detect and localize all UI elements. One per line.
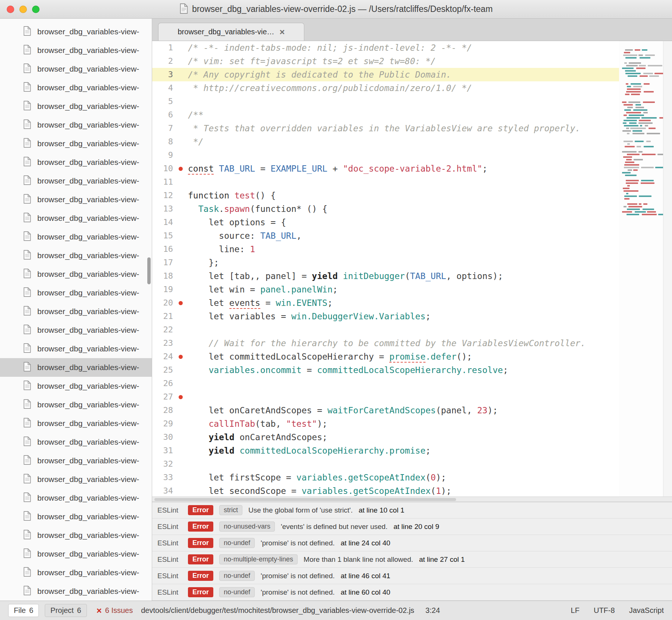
code-line[interactable]: 15 source: TAB_URL, — [152, 229, 619, 242]
code-line[interactable]: 18 let [tab,, panel] = yield initDebugge… — [152, 269, 619, 283]
code-line[interactable]: 23 // Wait for the hierarchy to be commi… — [152, 336, 619, 350]
sidebar-file-item[interactable]: browser_dbg_variables-view- — [0, 209, 152, 228]
code-line[interactable]: 11 — [152, 175, 619, 189]
sidebar-file-item[interactable]: browser_dbg_variables-view- — [0, 545, 152, 563]
code-line[interactable]: 33 let firstScope = variables.getScopeAt… — [152, 471, 619, 484]
file-issues-toggle[interactable]: File 6 — [8, 604, 39, 617]
code-line[interactable]: 13 Task.spawn(function* () { — [152, 202, 619, 216]
code-line[interactable]: 16 line: 1 — [152, 242, 619, 256]
lint-severity-badge[interactable]: Error — [188, 554, 213, 564]
sidebar-file-item[interactable]: browser_dbg_variables-view- — [0, 134, 152, 153]
lint-row[interactable]: ESLintErrorno-multiple-empty-linesMore t… — [152, 551, 672, 568]
sidebar-file-item[interactable]: browser_dbg_variables-view- — [0, 582, 152, 601]
sidebar-file-item[interactable]: browser_dbg_variables-view- — [0, 414, 152, 433]
issues-indicator[interactable]: × 6 Issues — [97, 606, 133, 615]
sidebar-file-item[interactable]: browser_dbg_variables-view- — [0, 526, 152, 545]
lint-severity-badge[interactable]: Error — [188, 538, 213, 548]
sidebar-file-item[interactable]: browser_dbg_variables-view- — [0, 116, 152, 134]
sidebar-file-item[interactable]: browser_dbg_variables-view- — [0, 97, 152, 116]
lint-row[interactable]: ESLintErrorno-undef'promise' is not defi… — [152, 535, 672, 551]
sidebar-file-item[interactable]: browser_dbg_variables-view- — [0, 339, 152, 358]
lint-severity-badge[interactable]: Error — [188, 522, 213, 532]
sidebar-file-item[interactable]: browser_dbg_variables-view- — [0, 228, 152, 246]
code-line[interactable]: 14 let options = { — [152, 216, 619, 229]
lint-location-link[interactable]: at line 24 col 40 — [341, 539, 390, 547]
sidebar-file-item[interactable]: browser_dbg_variables-view- — [0, 433, 152, 451]
code-line[interactable]: 19 let win = panel.panelWin; — [152, 283, 619, 296]
sidebar-file-item[interactable]: browser_dbg_variables-view- — [0, 172, 152, 190]
code-line[interactable]: 5 — [152, 95, 619, 108]
code-line[interactable]: 34 let secondScope = variables.getScopeA… — [152, 484, 619, 497]
code-line[interactable]: 29 callInTab(tab, "test"); — [152, 417, 619, 430]
code-line[interactable]: 1/* -*- indent-tabs-mode: nil; js-indent… — [152, 41, 619, 54]
sidebar-file-item[interactable]: browser_dbg_variables-view- — [0, 60, 152, 78]
lint-row[interactable]: ESLintErrorstrictUse the global form of … — [152, 502, 672, 519]
lint-location-link[interactable]: at line 27 col 1 — [419, 555, 465, 564]
code-line[interactable]: 26 — [152, 377, 619, 390]
zoom-window-button[interactable] — [32, 6, 40, 13]
lint-rule-badge[interactable]: no-undef — [219, 571, 255, 581]
cursor-position[interactable]: 3:24 — [426, 606, 440, 615]
minimap[interactable] — [619, 41, 663, 497]
sidebar-file-item[interactable]: browser_dbg_variables-view- — [0, 489, 152, 507]
sidebar-file-item[interactable]: browser_dbg_variables-view- — [0, 41, 152, 60]
code-line[interactable]: 24 let committedLocalScopeHierarchy = pr… — [152, 350, 619, 363]
lint-severity-badge[interactable]: Error — [188, 505, 213, 515]
lint-rule-badge[interactable]: strict — [219, 505, 242, 515]
code-line[interactable]: 28 let onCaretAndScopes = waitForCaretAn… — [152, 404, 619, 417]
code-line[interactable]: 27 — [152, 390, 619, 404]
code-line[interactable]: 3/* Any copyright is dedicated to the Pu… — [152, 68, 619, 81]
encoding-indicator[interactable]: UTF-8 — [594, 606, 615, 615]
project-issues-toggle[interactable]: Project 6 — [45, 604, 87, 617]
sidebar-scrollbar-thumb[interactable] — [147, 257, 151, 284]
code-line[interactable]: 32 — [152, 457, 619, 471]
sidebar-file-item[interactable]: browser_dbg_variables-view- — [0, 284, 152, 302]
code-line[interactable]: 2/* vim: set ft=javascript ts=2 et sw=2 … — [152, 54, 619, 68]
lint-severity-badge[interactable]: Error — [188, 571, 213, 581]
sidebar-file-item[interactable]: browser_dbg_variables-view- — [0, 395, 152, 414]
tab-close-icon[interactable]: × — [280, 28, 285, 37]
lint-row[interactable]: ESLintErrorno-unused-vars'events' is def… — [152, 519, 672, 535]
vertical-scrollbar-track[interactable] — [663, 41, 672, 497]
minimize-window-button[interactable] — [19, 6, 27, 13]
code-line[interactable]: 22 — [152, 323, 619, 336]
code-line[interactable]: 8 */ — [152, 135, 619, 148]
sidebar-file-item[interactable]: browser_dbg_variables-view- — [0, 246, 152, 265]
lint-rule-badge[interactable]: no-multiple-empty-lines — [219, 554, 298, 564]
lint-location-link[interactable]: at line 20 col 9 — [393, 523, 439, 531]
lint-row[interactable]: ESLintErrorno-undef'promise' is not defi… — [152, 584, 672, 601]
sidebar-file-item[interactable]: browser_dbg_variables-view- — [0, 358, 152, 377]
code-line[interactable]: 25 variables.oncommit = committedLocalSc… — [152, 363, 619, 377]
sidebar-file-item[interactable]: browser_dbg_variables-view- — [0, 302, 152, 321]
code-line[interactable]: 31 yield committedLocalScopeHierarchy.pr… — [152, 444, 619, 457]
code-line[interactable]: 17 }; — [152, 256, 619, 269]
sidebar-file-item[interactable]: browser_dbg_variables-view- — [0, 190, 152, 209]
code-line[interactable]: 4 * http://creativecommons.org/publicdom… — [152, 81, 619, 95]
code-line[interactable]: 10const TAB_URL = EXAMPLE_URL + "doc_sco… — [152, 162, 619, 175]
lint-location-link[interactable]: at line 46 col 41 — [341, 572, 390, 580]
lint-rule-badge[interactable]: no-undef — [219, 538, 255, 548]
lint-rule-badge[interactable]: no-undef — [219, 587, 255, 597]
lint-severity-badge[interactable]: Error — [188, 587, 213, 597]
sidebar-file-item[interactable]: browser_dbg_variables-view- — [0, 507, 152, 526]
code-line[interactable]: 7 * Tests that overridden variables in t… — [152, 122, 619, 135]
code-lines[interactable]: 1/* -*- indent-tabs-mode: nil; js-indent… — [152, 41, 619, 497]
grammar-indicator[interactable]: JavaScript — [629, 606, 664, 615]
code-line[interactable]: 21 let variables = win.DebuggerView.Vari… — [152, 310, 619, 323]
sidebar-file-item[interactable]: browser_dbg_variables-view- — [0, 470, 152, 489]
line-ending-indicator[interactable]: LF — [571, 606, 580, 615]
horizontal-scrollbar[interactable] — [152, 497, 672, 502]
sidebar-file-item[interactable]: browser_dbg_variables-view- — [0, 451, 152, 470]
lint-rule-badge[interactable]: no-unused-vars — [219, 522, 275, 532]
sidebar-file-item[interactable]: browser_dbg_variables-view- — [0, 78, 152, 97]
code-line[interactable]: 30 yield onCaretAndScopes; — [152, 430, 619, 444]
code-line[interactable]: 12function test() { — [152, 189, 619, 202]
sidebar-file-item[interactable]: browser_dbg_variables-view- — [0, 153, 152, 172]
lint-location-link[interactable]: at line 60 col 40 — [341, 588, 390, 596]
code-line[interactable]: 9 — [152, 148, 619, 162]
sidebar-file-item[interactable]: browser_dbg_variables-view- — [0, 22, 152, 41]
lint-location-link[interactable]: at line 10 col 1 — [359, 506, 405, 514]
code-line[interactable]: 6/** — [152, 108, 619, 122]
sidebar-file-item[interactable]: browser_dbg_variables-view- — [0, 377, 152, 395]
horizontal-scrollbar-thumb[interactable] — [154, 498, 456, 501]
